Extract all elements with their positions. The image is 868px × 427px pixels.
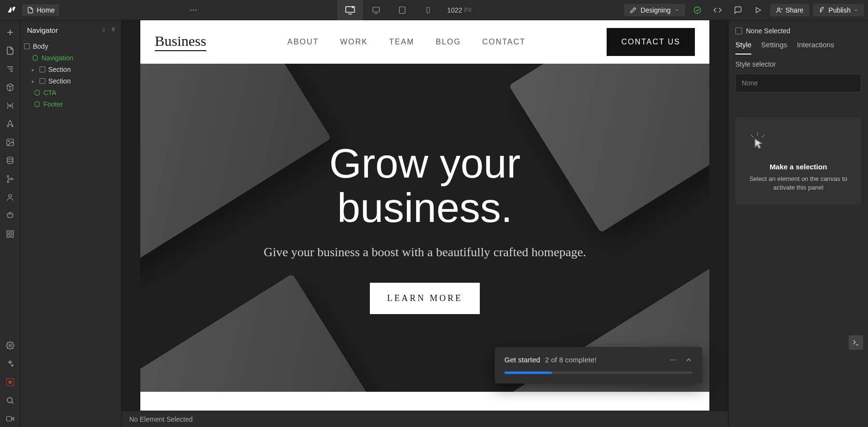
ecommerce-icon[interactable] bbox=[2, 207, 18, 224]
tree-node-section[interactable]: ▸ Section bbox=[20, 75, 121, 87]
quick-command-icon[interactable] bbox=[849, 335, 863, 350]
component-icon bbox=[34, 101, 41, 108]
svg-rect-26 bbox=[6, 417, 12, 421]
svg-point-27 bbox=[670, 359, 671, 360]
nav-link-blog[interactable]: BLOG bbox=[435, 38, 461, 46]
toast-collapse-icon[interactable] bbox=[685, 356, 692, 364]
breakpoint-desktop[interactable] bbox=[363, 0, 389, 20]
breakpoint-tablet[interactable] bbox=[389, 0, 415, 20]
tree-node-navigation[interactable]: Navigation bbox=[20, 52, 121, 64]
component-icon bbox=[34, 89, 41, 96]
more-options-icon[interactable] bbox=[185, 1, 202, 19]
svg-rect-4 bbox=[373, 7, 380, 12]
hero-subheading[interactable]: Give your business a boost with a beauti… bbox=[264, 243, 586, 262]
contact-us-button[interactable]: CONTACT US bbox=[607, 28, 695, 56]
settings-icon[interactable] bbox=[2, 337, 18, 354]
status-bar: No Element Selected bbox=[122, 411, 728, 427]
page-selector[interactable]: Home bbox=[22, 4, 59, 16]
users-icon[interactable] bbox=[2, 189, 18, 206]
toast-more-icon[interactable] bbox=[669, 356, 677, 364]
toast-progress-fill bbox=[504, 372, 552, 374]
audit-badge-icon[interactable] bbox=[2, 374, 18, 390]
mode-switcher[interactable]: Designing bbox=[624, 4, 685, 16]
tab-style[interactable]: Style bbox=[735, 41, 751, 55]
get-started-toast: Get started 2 of 8 complete! bbox=[495, 347, 702, 384]
nav-link-about[interactable]: ABOUT bbox=[287, 38, 319, 46]
code-icon[interactable] bbox=[709, 2, 726, 18]
hero-section[interactable]: Grow your business. Give your business a… bbox=[140, 64, 709, 392]
assets-icon[interactable] bbox=[2, 134, 18, 151]
svg-point-15 bbox=[7, 157, 13, 160]
tree-node-cta[interactable]: CTA bbox=[20, 87, 121, 98]
apps-icon[interactable] bbox=[2, 226, 18, 242]
style-selector-input[interactable]: None bbox=[735, 74, 861, 92]
svg-point-16 bbox=[7, 176, 9, 177]
right-style-panel: None Selected Style Settings Interaction… bbox=[728, 20, 868, 427]
tablet-icon bbox=[398, 6, 407, 14]
svg-point-1 bbox=[193, 9, 194, 10]
share-button[interactable]: Share bbox=[770, 4, 809, 16]
svg-point-7 bbox=[694, 7, 701, 14]
webflow-logo-icon[interactable] bbox=[4, 3, 18, 17]
pages-icon[interactable] bbox=[2, 42, 18, 59]
video-help-icon[interactable] bbox=[2, 411, 18, 427]
mobile-icon bbox=[425, 6, 432, 14]
tree-node-footer[interactable]: Footer bbox=[20, 98, 121, 110]
nav-link-team[interactable]: TEAM bbox=[389, 38, 414, 46]
hero-heading[interactable]: Grow your business. bbox=[264, 141, 586, 230]
add-element-icon[interactable] bbox=[2, 24, 18, 41]
ai-icon[interactable] bbox=[2, 356, 18, 372]
tree-node-body[interactable]: Body bbox=[20, 41, 121, 52]
variables-icon[interactable] bbox=[2, 97, 18, 114]
svg-point-19 bbox=[9, 194, 12, 197]
caret-icon[interactable]: ▸ bbox=[32, 67, 37, 72]
component-icon bbox=[32, 55, 39, 61]
publish-button[interactable]: Publish bbox=[813, 4, 864, 16]
user-plus-icon bbox=[776, 7, 783, 14]
canvas-width-value: 1022 bbox=[447, 6, 462, 14]
site-nav: Business ABOUT WORK TEAM BLOG CONTACT CO… bbox=[140, 20, 709, 64]
pencil-icon bbox=[630, 7, 637, 14]
mode-label: Designing bbox=[640, 6, 670, 14]
navigator-icon[interactable] bbox=[2, 61, 18, 77]
svg-rect-23 bbox=[11, 235, 13, 237]
section-icon bbox=[40, 67, 45, 72]
page-name: Home bbox=[37, 6, 54, 14]
style-manager-icon[interactable] bbox=[2, 116, 18, 132]
svg-point-17 bbox=[7, 181, 9, 183]
logic-icon[interactable] bbox=[2, 171, 18, 187]
site-brand[interactable]: Business bbox=[155, 33, 206, 51]
tab-settings[interactable]: Settings bbox=[761, 41, 787, 55]
comments-icon[interactable] bbox=[730, 2, 746, 18]
status-ok-icon[interactable] bbox=[689, 2, 705, 18]
breakpoint-switcher: 1022 PX bbox=[337, 0, 472, 20]
canvas-area: Business ABOUT WORK TEAM BLOG CONTACT CO… bbox=[122, 20, 728, 427]
toast-status: 2 of 8 complete! bbox=[545, 356, 597, 364]
tree-node-section[interactable]: ▸ Section bbox=[20, 64, 121, 75]
preview-icon[interactable] bbox=[750, 2, 766, 18]
element-tree: Body Navigation ▸ Section ▸ Section bbox=[20, 40, 121, 111]
empty-state-card: Make a selection Select an element on th… bbox=[735, 117, 861, 205]
caret-icon[interactable]: ▸ bbox=[32, 79, 37, 84]
breakpoint-desktop-large[interactable] bbox=[337, 0, 363, 20]
site-menu: ABOUT WORK TEAM BLOG CONTACT bbox=[287, 38, 526, 46]
desktop-icon bbox=[372, 6, 380, 14]
search-icon[interactable] bbox=[2, 392, 18, 409]
selection-icon bbox=[735, 28, 742, 34]
expand-collapse-icon[interactable] bbox=[101, 27, 107, 33]
nav-link-contact[interactable]: CONTACT bbox=[482, 38, 526, 46]
chevron-down-icon bbox=[854, 8, 858, 13]
pin-icon[interactable] bbox=[110, 27, 116, 33]
learn-more-button[interactable]: LEARN MORE bbox=[370, 283, 480, 314]
svg-point-14 bbox=[8, 140, 9, 141]
tab-interactions[interactable]: Interactions bbox=[797, 41, 835, 55]
cms-icon[interactable] bbox=[2, 152, 18, 169]
svg-point-29 bbox=[675, 359, 676, 360]
breakpoint-mobile[interactable] bbox=[415, 0, 441, 20]
svg-marker-8 bbox=[756, 7, 760, 13]
svg-line-31 bbox=[762, 135, 764, 138]
nav-link-work[interactable]: WORK bbox=[340, 38, 368, 46]
svg-rect-22 bbox=[7, 235, 9, 237]
components-icon[interactable] bbox=[2, 79, 18, 96]
body-icon bbox=[24, 43, 30, 49]
